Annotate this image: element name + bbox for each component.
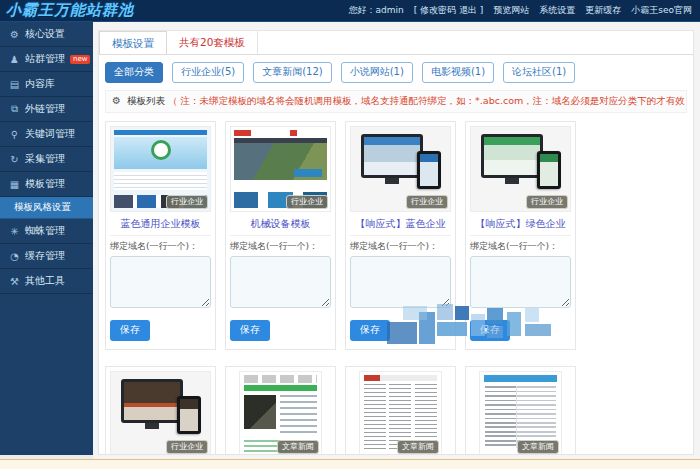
note-title: 模板列表 <box>127 95 165 106</box>
template-thumbnail[interactable]: 文章新闻 <box>359 371 442 455</box>
sidebar-item-label: 内容库 <box>25 77 55 91</box>
gear-icon: ⚙ <box>112 95 121 106</box>
header-link[interactable]: [ 修改密码 退出 ] <box>414 4 484 17</box>
template-grid: 行业企业 蓝色通用企业模板 绑定域名(一行一个)： 保存 行业企业 机械设备模板… <box>99 113 693 455</box>
category-badge: 行业企业 <box>526 195 568 209</box>
category-button-行业企业(5)[interactable]: 行业企业(5) <box>172 62 244 83</box>
bind-domain-textarea[interactable] <box>470 256 571 308</box>
sidebar-item-蜘蛛管理[interactable]: ✳蜘蛛管理 <box>0 219 93 244</box>
template-thumbnail[interactable]: 行业企业 <box>230 126 331 212</box>
header-link[interactable]: 小霸王seo官网 <box>631 4 692 17</box>
bottom-strip <box>0 459 700 469</box>
sidebar-item-label: 关键词管理 <box>25 127 75 141</box>
category-button-小说网站(1)[interactable]: 小说网站(1) <box>341 62 413 83</box>
sidebar-item-label: 其他工具 <box>25 274 65 288</box>
sidebar-item-内容库[interactable]: ▤内容库 <box>0 72 93 97</box>
bind-domain-label: 绑定域名(一行一个)： <box>230 236 331 256</box>
new-badge: new <box>70 55 90 64</box>
template-thumbnail[interactable]: 行业企业 <box>110 126 211 212</box>
bind-domain-textarea[interactable] <box>110 256 211 308</box>
category-button-电影视频(1)[interactable]: 电影视频(1) <box>422 62 494 83</box>
template-thumbnail[interactable]: 文章新闻 <box>239 371 322 455</box>
bind-domain-label: 绑定域名(一行一个)： <box>110 236 211 256</box>
template-thumbnail[interactable]: 行业企业 <box>110 371 211 455</box>
template-name-link[interactable]: 蓝色通用企业模板 <box>110 212 211 236</box>
sidebar-item-其他工具[interactable]: ⚒其他工具 <box>0 269 93 294</box>
top-header: 小霸王万能站群池 您好：admin [ 修改密码 退出 ]预览网站系统设置更新缓… <box>0 0 700 22</box>
sidebar-item-label: 模板管理 <box>25 177 65 191</box>
search-icon: ⚲ <box>9 129 20 140</box>
save-button[interactable]: 保存 <box>110 320 150 341</box>
sidebar-item-关键词管理[interactable]: ⚲关键词管理 <box>0 122 93 147</box>
collect-icon: ↻ <box>9 154 20 165</box>
category-button-文章新闻(12)[interactable]: 文章新闻(12) <box>253 62 332 83</box>
template-name-link[interactable]: 【响应式】蓝色企业 <box>350 212 451 236</box>
header-link[interactable]: 预览网站 <box>493 4 529 17</box>
sidebar-item-缓存管理[interactable]: ◔缓存管理 <box>0 244 93 269</box>
sidebar: ⚙核心设置♟站群管理new▤内容库⧉外链管理⚲关键词管理↻采集管理▦模板管理模板… <box>0 22 93 455</box>
template-card: 行业企业 蓝色通用企业模板 绑定域名(一行一个)： 保存 <box>105 121 216 350</box>
sidebar-item-采集管理[interactable]: ↻采集管理 <box>0 147 93 172</box>
bind-domain-textarea[interactable] <box>230 256 331 308</box>
bind-domain-label: 绑定域名(一行一个)： <box>350 236 451 256</box>
header-link[interactable]: 系统设置 <box>539 4 575 17</box>
template-card: 文章新闻 default 绑定域名(一行一个)： 保存 <box>225 366 336 455</box>
sidebar-item-label: 核心设置 <box>25 27 65 41</box>
template-thumbnail[interactable]: 行业企业 <box>350 126 451 212</box>
save-button[interactable]: 保存 <box>230 320 270 341</box>
save-button[interactable]: 保存 <box>470 320 510 341</box>
category-button-全部分类[interactable]: 全部分类 <box>105 62 163 83</box>
template-icon: ▦ <box>9 179 20 190</box>
sidebar-item-label: 采集管理 <box>25 152 65 166</box>
template-card: 行业企业 【响应式】蓝色企业 绑定域名(一行一个)： 保存 <box>345 121 456 350</box>
content-panel: 模板设置 共有20套模板 全部分类行业企业(5)文章新闻(12)小说网站(1)电… <box>98 30 694 455</box>
save-button[interactable]: 保存 <box>350 320 390 341</box>
tab-template-settings[interactable]: 模板设置 <box>99 31 167 54</box>
sidebar-item-模板管理[interactable]: ▦模板管理 <box>0 172 93 197</box>
main-area: 模板设置 共有20套模板 全部分类行业企业(5)文章新闻(12)小说网站(1)电… <box>93 22 700 469</box>
template-card: 文章新闻 xbwseo02 绑定域名(一行一个)： 保存 <box>465 366 576 455</box>
category-button-论坛社区(1)[interactable]: 论坛社区(1) <box>503 62 575 83</box>
template-thumbnail[interactable]: 文章新闻 <box>479 371 562 455</box>
sidebar-item-模板风格设置[interactable]: 模板风格设置 <box>0 197 93 219</box>
category-badge: 文章新闻 <box>397 440 439 454</box>
bind-domain-label: 绑定域名(一行一个)： <box>470 236 571 256</box>
spider-icon: ✳ <box>9 226 20 237</box>
note-text: 注：未绑定模板的域名将会随机调用模板，域名支持通配符绑定，如：*.abc.com… <box>181 95 685 106</box>
category-badge: 行业企业 <box>166 195 208 209</box>
library-icon: ▤ <box>9 79 20 90</box>
link-icon: ⧉ <box>9 103 20 115</box>
category-badge: 行业企业 <box>286 195 328 209</box>
sidebar-item-label: 外链管理 <box>25 102 65 116</box>
sidebar-item-label: 缓存管理 <box>25 249 65 263</box>
category-filter-bar: 全部分类行业企业(5)文章新闻(12)小说网站(1)电影视频(1)论坛社区(1) <box>99 55 693 88</box>
sidebar-item-核心设置[interactable]: ⚙核心设置 <box>0 22 93 47</box>
sidebar-item-站群管理[interactable]: ♟站群管理new <box>0 47 93 72</box>
template-card: 行业企业 机械设备模板 绑定域名(一行一个)： 保存 <box>225 121 336 350</box>
category-badge: 文章新闻 <box>277 440 319 454</box>
cache-icon: ◔ <box>9 251 20 262</box>
template-thumbnail[interactable]: 行业企业 <box>470 126 571 212</box>
tools-icon: ⚒ <box>9 276 20 287</box>
note-open: （ <box>168 95 181 106</box>
header-links: 您好：admin [ 修改密码 退出 ]预览网站系统设置更新缓存小霸王seo官网 <box>348 4 692 17</box>
users-icon: ♟ <box>9 54 20 65</box>
sidebar-item-label: 模板风格设置 <box>14 201 71 214</box>
header-link[interactable]: 更新缓存 <box>585 4 621 17</box>
gear-icon: ⚙ <box>9 29 20 40</box>
template-card: 行业企业 【响应式】绿色企业 绑定域名(一行一个)： 保存 <box>465 121 576 350</box>
header-greeting: 您好：admin <box>348 4 403 17</box>
template-name-link[interactable]: 机械设备模板 <box>230 212 331 236</box>
category-badge: 文章新闻 <box>517 440 559 454</box>
sidebar-item-label: 蜘蛛管理 <box>25 224 65 238</box>
category-badge: 行业企业 <box>406 195 448 209</box>
template-card: 文章新闻 xbwseo01 绑定域名(一行一个)： 保存 <box>345 366 456 455</box>
template-name-link[interactable]: 【响应式】绿色企业 <box>470 212 571 236</box>
note-close: ） <box>685 95 687 106</box>
bind-domain-textarea[interactable] <box>350 256 451 308</box>
tab-bar: 模板设置 共有20套模板 <box>99 31 693 55</box>
template-count-label: 共有20套模板 <box>167 31 258 54</box>
app-logo: 小霸王万能站群池 <box>6 1 134 20</box>
sidebar-item-label: 站群管理 <box>25 52 65 66</box>
sidebar-item-外链管理[interactable]: ⧉外链管理 <box>0 97 93 122</box>
